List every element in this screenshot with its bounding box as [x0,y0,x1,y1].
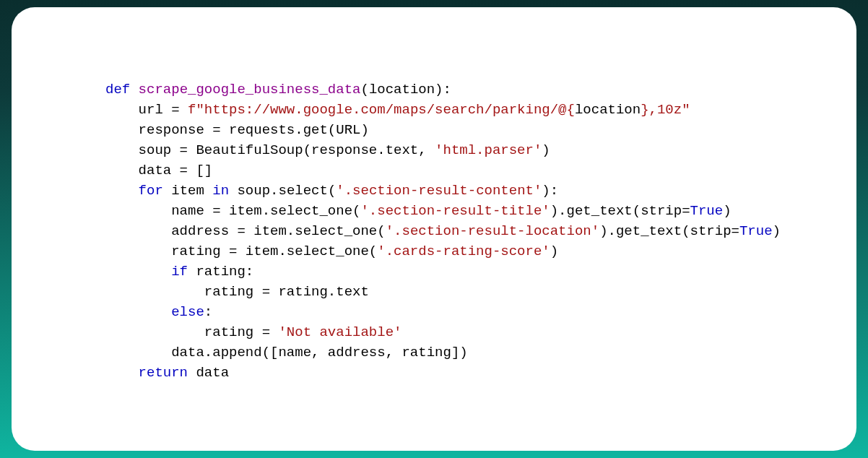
fstring-prefix: f"https://www.google.com/maps/search/par… [188,102,575,118]
code-line: data = [] [105,163,212,178]
string-literal: 'Not available' [278,324,402,340]
code-line: data.append([name, address, rating]) [105,345,468,360]
code-text: ) [542,142,550,158]
code-text: address = item.select_one( [105,223,386,239]
code-panel: def scrape_google_business_data(location… [12,7,856,451]
code-block: def scrape_google_business_data(location… [105,79,770,383]
code-text: ).get_text(strip= [599,223,739,239]
code-text [105,304,171,320]
string-literal: '.section-result-content' [336,183,542,199]
code-text: ): [542,183,558,199]
string-literal: '.section-result-title' [360,203,550,219]
code-text: soup.select( [229,183,336,199]
string-literal: '.section-result-location' [386,223,599,239]
code-text: item [163,183,212,199]
code-text: ).get_text(strip= [550,203,690,219]
code-text: rating: [188,264,253,280]
code-text [105,365,139,381]
function-name: scrape_google_business_data [130,82,360,98]
code-text [105,264,171,280]
code-text: ) [723,203,731,219]
boolean-true: True [739,223,773,239]
code-text [105,183,139,199]
boolean-true: True [690,203,724,219]
code-text: : [204,304,212,320]
code-text: soup = BeautifulSoup(response.text, [105,142,435,158]
code-text: rating = item.select_one( [105,243,377,259]
keyword-return: return [139,365,188,381]
code-line: rating = rating.text [105,284,369,300]
string-literal: '.cards-rating-score' [377,243,550,259]
keyword-def: def [105,82,130,98]
fstring-suffix: },10z" [641,102,690,118]
code-text: rating = [105,324,278,340]
code-text: data [188,365,229,381]
code-text: url = [105,102,188,118]
code-text: name = item.select_one( [105,203,360,219]
code-text: ) [550,243,558,259]
keyword-if: if [171,264,188,280]
keyword-in: in [212,183,229,199]
code-line: response = requests.get(URL) [105,122,369,138]
code-text: ) [773,223,781,239]
keyword-else: else [171,304,204,320]
function-params: (location): [360,82,451,98]
keyword-for: for [139,183,163,199]
fstring-var: location [575,102,641,118]
string-literal: 'html.parser' [435,142,542,158]
